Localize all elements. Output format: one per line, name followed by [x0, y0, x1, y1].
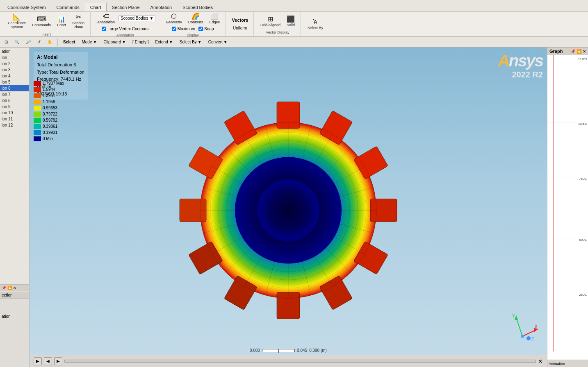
select-by-button[interactable]: 🖱 Select By	[305, 17, 326, 31]
graph-title: Graph	[549, 49, 563, 54]
sidebar-item-8[interactable]: ion 8	[0, 97, 29, 104]
sidebar-item-9[interactable]: ion 9	[0, 104, 29, 110]
chart-button[interactable]: 📊 Chart	[55, 14, 68, 28]
convert-dropdown[interactable]: Convert ▼	[206, 39, 230, 45]
graph-y-11709: 11709	[578, 57, 587, 61]
legend-value-7: 0.39861	[43, 123, 57, 129]
large-vertex-checkbox[interactable]	[102, 27, 106, 31]
scale-line	[262, 349, 295, 352]
animation-bar: Animation	[547, 360, 588, 367]
graph-max-icon[interactable]: 🔼	[577, 49, 581, 54]
legend-value-9: 0 Min	[43, 136, 52, 142]
insert-group-label: Insert	[41, 32, 51, 36]
maximum-checkbox[interactable]	[172, 27, 176, 31]
sidebar-bottom-panel: 📌 🔼 ✕ ection ation	[0, 285, 29, 367]
select-button[interactable]: Select	[61, 39, 77, 45]
origin-dot	[521, 335, 524, 338]
maximum-checkbox-row[interactable]: Maximum	[172, 27, 195, 31]
graph-current-marker	[554, 55, 554, 351]
sidebar-item-4[interactable]: ion 4	[0, 73, 29, 79]
zoom-out-button[interactable]: 🔎	[23, 39, 33, 45]
empty-button[interactable]: [ Empty ]	[130, 39, 151, 45]
coord-system-button[interactable]: 📐 Coordinate System	[5, 12, 28, 30]
tab-section-plane[interactable]: Section Plane	[107, 3, 145, 11]
annotation-button[interactable]: 🏷 Annotation	[95, 11, 117, 25]
legend-value-2: 1.3951	[43, 93, 55, 99]
tab-scoped-bodies[interactable]: Scoped Bodies	[177, 3, 218, 11]
section-plane-button[interactable]: ✂ Section Plane	[70, 12, 87, 30]
sidebar-item-1[interactable]: ion	[0, 54, 29, 61]
mode-dropdown[interactable]: Mode ▼	[79, 39, 99, 45]
zoom-fit-button[interactable]: ⊡	[2, 39, 10, 45]
progress-bar[interactable]	[64, 360, 536, 363]
uniform-button[interactable]: Uniform	[230, 25, 250, 32]
rotate-button[interactable]: ↺	[35, 39, 43, 45]
zoom-in-button[interactable]: 🔍	[12, 39, 22, 45]
sidebar-item-10[interactable]: ion 10	[0, 110, 29, 116]
snap-checkbox-row[interactable]: Snap	[198, 27, 214, 31]
grid-aligned-button[interactable]: ⊞ Grid Aligned	[258, 14, 283, 28]
sidebar-close-icon[interactable]: ✕	[13, 286, 16, 290]
pan-button[interactable]: ✋	[45, 39, 55, 45]
contours-button[interactable]: 🌈 Contours	[186, 11, 206, 25]
sidebar-item-12[interactable]: ion 12	[0, 122, 29, 128]
clipboard-dropdown[interactable]: Clipboard ▼	[101, 39, 128, 45]
rewind-button[interactable]: ◀	[44, 357, 52, 365]
annotation-row: 🏷 Annotation Scoped Bodies ▼	[95, 11, 155, 25]
solid-button[interactable]: ⬛ Solid	[284, 14, 297, 28]
sidebar-max-icon[interactable]: 🔼	[7, 286, 12, 290]
select-by-dropdown[interactable]: Select By ▼	[177, 39, 204, 45]
snap-checkbox[interactable]	[198, 27, 203, 31]
bottom-close-button[interactable]: ✕	[538, 358, 543, 365]
sidebar-item-11[interactable]: ion 11	[0, 116, 29, 122]
graph-close-icon[interactable]: ✕	[583, 49, 586, 54]
main-layout: ation ion ion 2 ion 3 ion 4 ion 5 ion 6 …	[0, 48, 588, 367]
large-vertex-checkbox-row[interactable]: Large Vertex Contours	[102, 27, 148, 31]
tab-coordinate-system[interactable]: Coordinate System	[2, 3, 51, 11]
extend-chevron-icon: ▼	[169, 40, 173, 44]
commands-button[interactable]: ⌨ Commands	[30, 14, 53, 28]
viewport[interactable]: A: Modal Total Deformation 6 Type: Total…	[30, 48, 547, 367]
bottom-list-item-2[interactable]	[0, 306, 29, 313]
bottom-list-item-4[interactable]	[0, 321, 29, 328]
sidebar-item-7[interactable]: ion 7	[0, 91, 29, 97]
tab-commands[interactable]: Commands	[51, 3, 85, 11]
gear-visualization	[165, 85, 411, 339]
forward-button[interactable]: ▶	[54, 357, 62, 365]
legend-value-1: 1.5944	[43, 86, 55, 93]
bottom-list-item-1[interactable]	[0, 299, 29, 306]
rewind-icon: ◀	[46, 359, 50, 363]
bottom-list-item-3[interactable]: ation	[0, 313, 29, 321]
edges-button[interactable]: ⬜ Edges	[207, 11, 222, 25]
extend-dropdown[interactable]: Extend ▼	[153, 39, 175, 45]
graph-pin-icon[interactable]: 📌	[570, 49, 575, 54]
geometry-button[interactable]: ⬡ Geometry	[163, 11, 185, 25]
left-sidebar: ation ion ion 2 ion 3 ion 4 ion 5 ion 6 …	[0, 48, 30, 367]
z-axis-label: Z	[531, 337, 534, 341]
sidebar-pin-icon[interactable]: 📌	[2, 286, 6, 290]
graph-content-area: 11709 10000 7500. 5000. 2500.	[547, 55, 588, 360]
sidebar-item-2[interactable]: ion 2	[0, 61, 29, 67]
right-panel-header: Graph 📌 🔼 ✕	[547, 48, 588, 55]
play-button[interactable]: ▶	[34, 357, 42, 365]
sidebar-item-3[interactable]: ion 3	[0, 67, 29, 73]
legend-value-3: 1.1958	[43, 99, 55, 105]
tab-chart[interactable]: Chart	[85, 3, 107, 11]
scoped-bodies-dropdown[interactable]: Scoped Bodies ▼	[119, 15, 155, 21]
sidebar-item-6[interactable]: ion 6	[0, 85, 29, 91]
animation-label: Animation	[549, 362, 565, 366]
sidebar-item-deformation[interactable]: ation	[0, 48, 29, 54]
legend-value-5: 0.79722	[43, 111, 57, 117]
legend-color-0	[34, 81, 41, 86]
svg-point-8	[258, 179, 319, 241]
group-vectors: Vectors Uniform	[227, 12, 254, 36]
mode-chevron-icon: ▼	[93, 40, 97, 44]
coord-system-icon: 📐	[13, 13, 21, 21]
legend-item-1: 1.5944	[34, 86, 64, 93]
legend-value-0: 1.7937 Max	[43, 80, 64, 86]
bottom-list-item-6[interactable]	[0, 335, 29, 343]
sidebar-item-5[interactable]: ion 5	[0, 79, 29, 85]
bottom-list-item-5[interactable]	[0, 328, 29, 335]
forward-icon: ▶	[57, 359, 60, 363]
tab-annotation[interactable]: Annotation	[145, 3, 178, 11]
